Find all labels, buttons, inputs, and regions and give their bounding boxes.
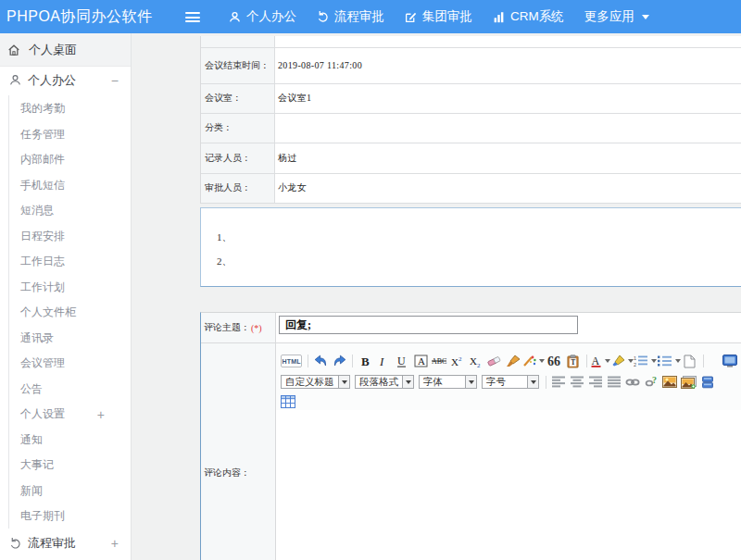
sidebar-item-10[interactable]: 通讯录 [0, 326, 131, 352]
cycle-icon [9, 538, 21, 550]
expand-icon[interactable]: + [111, 537, 119, 550]
topbar: PHPOA协同办公软件 个人办公流程审批集团审批CRM系统更多应用 [0, 0, 741, 33]
paste-text-icon-button[interactable]: T [566, 353, 581, 369]
paragraph-select[interactable]: 段落格式 [355, 375, 414, 389]
user-icon [9, 74, 21, 86]
sidebar-group-process-approval[interactable]: 流程审批 + [0, 530, 131, 557]
svg-text:X: X [451, 356, 458, 367]
comment-subject-input[interactable] [279, 316, 578, 334]
table-row: 会议室：会议室1 [201, 84, 741, 114]
topnav-item-4[interactable]: CRM系统 [493, 8, 564, 25]
font-style-icon-button[interactable]: A [413, 353, 428, 369]
font-color-icon: A [590, 355, 602, 367]
collapse-icon[interactable]: − [111, 74, 119, 87]
italic-icon-button[interactable]: I [376, 353, 391, 369]
field-label: 记录人员： [205, 152, 251, 165]
sidebar-item-13[interactable]: 个人设置+ [0, 402, 131, 428]
field-value: 杨过 [278, 152, 297, 165]
comment-content-label: 评论内容： [204, 467, 250, 479]
topnav-item-5[interactable]: 更多应用 [584, 8, 649, 25]
sidebar-item-1[interactable]: 我的考勤 [0, 96, 131, 122]
sidebar-item-5[interactable]: 短消息 [0, 198, 131, 224]
sidebar-item-label: 电子期刊 [20, 509, 65, 522]
sidebar-item-personal-desktop[interactable]: 个人桌面 [0, 33, 131, 67]
fontsize-select[interactable]: 字号 [482, 375, 539, 389]
superscript-icon-button[interactable]: X2 [450, 353, 465, 369]
sidebar-item-15[interactable]: 大事记 [0, 453, 131, 479]
svg-text:2: 2 [458, 355, 462, 363]
menu-toggle-icon[interactable] [185, 12, 200, 22]
sidebar-item-2[interactable]: 任务管理 [0, 122, 131, 148]
select-value: 字体 [419, 375, 465, 389]
sidebar-item-3[interactable]: 内部邮件 [0, 147, 131, 173]
sidebar-group-label: 个人办公 [28, 72, 76, 89]
sidebar-item-label: 日程安排 [20, 230, 65, 243]
topnav-item-2[interactable]: 流程审批 [317, 8, 384, 25]
redo-icon-button[interactable] [332, 353, 346, 369]
unordered-list-icon [658, 355, 672, 367]
align-justify-icon-button[interactable] [607, 374, 622, 391]
link-icon-button[interactable] [625, 374, 640, 391]
fontname-select[interactable]: 字体 [419, 375, 477, 389]
align-right-icon-button[interactable] [588, 374, 603, 391]
align-left-icon-button[interactable] [551, 374, 566, 391]
comment-subject-row: 评论主题：(*) [201, 313, 741, 343]
sidebar-item-6[interactable]: 日程安排 [0, 224, 131, 250]
topnav-item-3[interactable]: 集团审批 [405, 8, 472, 25]
ordered-list-icon-button[interactable]: 12 [635, 353, 655, 369]
comment-form: 评论主题：(*) 评论内容： HTMLBIUAABCX2X266TA12 自定义… [200, 312, 741, 560]
bold-icon-button[interactable]: B [358, 353, 372, 369]
sidebar-item-label: 内部邮件 [20, 153, 65, 166]
select-value: 字号 [482, 375, 527, 389]
underline-icon-button[interactable]: U [395, 353, 409, 369]
source-code-button[interactable]: HTML [281, 355, 302, 367]
remove-format-icon-button[interactable] [487, 353, 502, 369]
editor-content-area[interactable] [276, 410, 741, 560]
svg-text:T: T [571, 358, 575, 367]
sidebar-item-16[interactable]: 新闻 [0, 479, 131, 504]
emoticons-icon-button[interactable] [524, 353, 544, 369]
svg-text:U: U [397, 355, 406, 367]
undo-icon-button[interactable] [313, 353, 328, 369]
subscript-icon-button[interactable]: X2 [469, 353, 484, 369]
unordered-list-icon-button[interactable] [659, 353, 678, 369]
strikethrough-icon: ABC [432, 355, 447, 367]
topnav-item-1[interactable]: 个人办公 [229, 8, 296, 25]
expand-icon[interactable]: + [97, 408, 105, 421]
fullscreen-icon-button[interactable] [722, 353, 737, 369]
select-arrow-icon[interactable] [465, 375, 477, 389]
blockquote-icon-button[interactable]: 66 [547, 353, 562, 369]
align-center-icon-button[interactable] [570, 374, 584, 391]
font-color-icon-button[interactable]: A [591, 353, 609, 369]
sidebar-item-7[interactable]: 工作日志 [0, 249, 131, 275]
image-icon-button[interactable] [662, 374, 677, 391]
select-arrow-icon[interactable] [527, 375, 539, 389]
strikethrough-icon-button[interactable]: ABC [432, 353, 446, 369]
content-line: 1、 [201, 230, 741, 244]
sidebar-item-12[interactable]: 公告 [0, 377, 131, 403]
select-arrow-icon[interactable] [402, 375, 414, 389]
multi-image-icon-button[interactable] [681, 374, 697, 391]
align-center-icon [571, 376, 584, 388]
sidebar-item-11[interactable]: 会议管理 [0, 351, 131, 377]
unlink-icon-button[interactable]: ? [644, 374, 659, 391]
table-row: 分类： [201, 114, 741, 144]
sidebar-item-17[interactable]: 电子期刊 [0, 504, 131, 529]
new-page-icon-button[interactable] [683, 353, 697, 369]
sidebar-item-9[interactable]: 个人文件柜 [0, 300, 131, 326]
select-arrow-icon[interactable] [338, 375, 350, 389]
format-brush-icon-button[interactable] [506, 353, 521, 369]
sidebar-item-label: 大事记 [20, 458, 54, 471]
highlight-color-icon-button[interactable] [612, 353, 632, 369]
sidebar-group-personal-office[interactable]: 个人办公 − [0, 67, 131, 93]
topnav-item-label: 更多应用 [584, 8, 634, 25]
table-icon-button[interactable] [281, 393, 295, 410]
sidebar-item-label: 会议管理 [20, 356, 65, 369]
caret-down-icon [651, 359, 657, 363]
media-icon-button[interactable] [700, 374, 715, 391]
sidebar-item-8[interactable]: 工作计划 [0, 275, 131, 301]
heading-select[interactable]: 自定义标题 [281, 375, 350, 389]
sidebar-item-4[interactable]: 手机短信 [0, 173, 131, 199]
select-value: 自定义标题 [281, 375, 338, 389]
sidebar-item-14[interactable]: 通知 [0, 428, 131, 454]
